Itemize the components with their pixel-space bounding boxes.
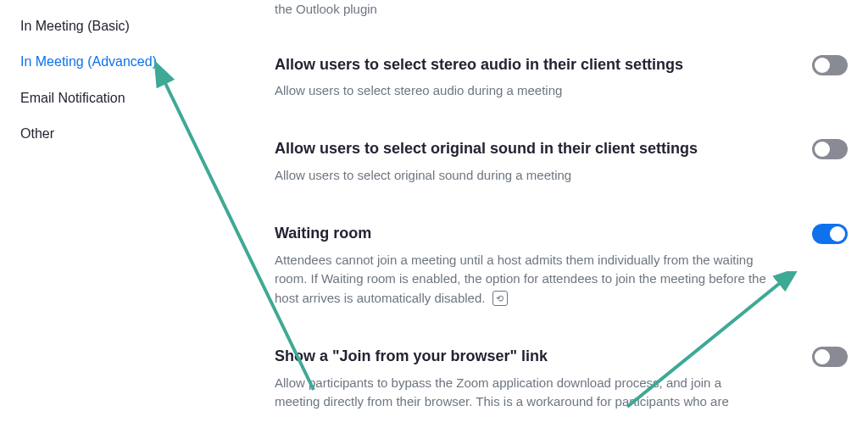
sidebar-item-in-meeting-basic[interactable]: In Meeting (Basic) xyxy=(20,8,254,44)
toggle-join-from-browser[interactable] xyxy=(812,347,848,367)
setting-join-from-browser: Show a "Join from your browser" link All… xyxy=(275,347,848,411)
modified-indicator-icon[interactable]: ⟲ xyxy=(492,291,508,306)
toggle-original-sound[interactable] xyxy=(812,139,848,159)
sidebar-item-other[interactable]: Other xyxy=(20,116,254,152)
setting-title: Allow users to select original sound in … xyxy=(275,139,766,158)
partial-description-fragment: the Outlook plugin xyxy=(275,0,848,19)
setting-waiting-room: Waiting room Attendees cannot join a mee… xyxy=(275,224,848,308)
setting-title: Show a "Join from your browser" link xyxy=(275,347,766,366)
settings-sidebar: In Meeting (Basic) In Meeting (Advanced)… xyxy=(0,0,254,428)
setting-title: Allow users to select stereo audio in th… xyxy=(275,55,766,75)
toggle-stereo-audio[interactable] xyxy=(812,55,848,75)
setting-stereo-audio: Allow users to select stereo audio in th… xyxy=(275,55,848,101)
toggle-knob xyxy=(815,58,830,73)
sidebar-item-email-notification[interactable]: Email Notification xyxy=(20,81,254,116)
sidebar-item-in-meeting-advanced[interactable]: In Meeting (Advanced) xyxy=(20,44,254,80)
toggle-knob xyxy=(815,349,830,364)
setting-description: Allow users to select stereo audio durin… xyxy=(275,81,766,101)
toggle-waiting-room[interactable] xyxy=(812,224,848,244)
settings-main: the Outlook plugin Allow users to select… xyxy=(254,0,868,428)
setting-title: Waiting room xyxy=(275,224,766,243)
toggle-knob xyxy=(815,142,830,157)
toggle-knob xyxy=(830,226,845,242)
setting-description: Attendees cannot join a meeting until a … xyxy=(275,251,766,308)
setting-description: Allow participants to bypass the Zoom ap… xyxy=(275,374,766,412)
setting-original-sound: Allow users to select original sound in … xyxy=(275,139,848,185)
setting-description: Allow users to select original sound dur… xyxy=(275,166,766,186)
